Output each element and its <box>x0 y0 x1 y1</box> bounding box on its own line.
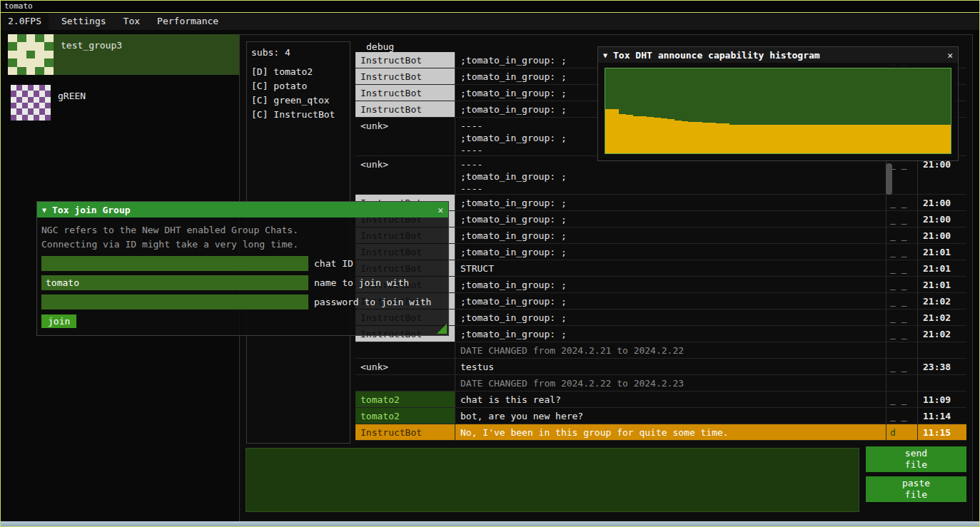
send-file-button[interactable]: send file <box>866 446 966 472</box>
group-item-gREEN[interactable]: gREEN <box>11 85 240 121</box>
histogram-bar <box>695 122 702 153</box>
histogram-bar <box>605 109 612 153</box>
message-row[interactable]: InstructBotNo, I've been in this group f… <box>355 424 966 441</box>
window-bottom-edge <box>1 521 979 526</box>
histogram-bar <box>688 122 695 153</box>
join-password-label: password to join with <box>314 297 431 307</box>
member-item[interactable]: [C] InstructBot <box>251 108 345 122</box>
group-name: gREEN <box>58 91 86 101</box>
message-text: ;tomato_in_group: ; <box>455 326 886 342</box>
join-group-window: ▼ Tox join Group ✕ NGC refers to the New… <box>36 201 449 336</box>
histogram-bar <box>612 109 620 153</box>
chat-id-input[interactable] <box>41 256 308 271</box>
histogram-bar <box>799 125 806 153</box>
join-button[interactable]: join <box>41 314 76 328</box>
member-item[interactable]: [D] tomato2 <box>251 65 345 79</box>
message-text: DATE CHANGED from 2024.2.22 to 2024.2.23 <box>455 375 886 391</box>
histogram-bar <box>633 116 640 153</box>
message-time: 11:14 <box>918 408 966 424</box>
histogram-bar <box>723 123 730 153</box>
histogram-bar <box>785 125 792 153</box>
member-item[interactable]: [C] green_qtox <box>251 93 345 108</box>
message-time: 23:38 <box>918 359 966 374</box>
histogram-bar <box>937 125 944 153</box>
message-time: 21:02 <box>918 293 966 309</box>
message-flags: _ _ <box>886 260 918 276</box>
message-row[interactable]: DATE CHANGED from 2024.2.22 to 2024.2.23 <box>355 375 966 392</box>
histogram-bar <box>875 125 882 153</box>
close-icon[interactable]: ✕ <box>438 205 443 215</box>
histogram-bar <box>757 125 764 153</box>
message-row[interactable]: <unk>testus_ _23:38 <box>355 359 966 375</box>
join-group-title: Tox join Group <box>52 205 131 215</box>
join-password-input[interactable] <box>41 295 308 309</box>
dht-histogram-window: ▼ Tox DHT announce capability histogram … <box>597 46 959 161</box>
member-item[interactable]: [C] potato <box>251 79 345 93</box>
message-flags: _ _ <box>886 359 918 374</box>
window-title: tomato <box>4 1 33 11</box>
chat-tab-label[interactable]: debug <box>366 41 394 52</box>
menu-bar: 2.0FPS Settings Tox Performance <box>1 14 979 30</box>
histogram-bar <box>834 125 841 153</box>
histogram-bar <box>806 125 813 153</box>
histogram-bar <box>840 125 847 153</box>
collapse-arrow-icon[interactable]: ▼ <box>42 206 46 214</box>
message-time: 21:01 <box>918 244 966 260</box>
histogram-bar <box>709 123 716 153</box>
paste-file-button[interactable]: paste file <box>866 476 966 502</box>
histogram-bar <box>882 125 889 153</box>
join-name-input[interactable] <box>41 275 308 290</box>
resize-grip[interactable] <box>437 324 447 334</box>
message-input[interactable] <box>246 448 859 512</box>
message-sender: tomato2 <box>355 408 455 424</box>
histogram-bar <box>896 125 903 153</box>
histogram-bar <box>924 125 931 153</box>
menu-item-settings[interactable]: Settings <box>53 14 115 30</box>
histogram-bar <box>661 118 668 153</box>
message-sender: InstructBot <box>355 101 455 117</box>
message-row[interactable]: tomato2chat is this real?_ _11:09 <box>355 392 966 408</box>
message-time: 21:01 <box>918 277 966 292</box>
message-sender <box>355 342 455 358</box>
message-sender: InstructBot <box>355 52 455 68</box>
histogram-bar <box>813 125 820 153</box>
message-text: testus <box>455 359 886 374</box>
histogram-bar <box>847 125 854 153</box>
message-row[interactable]: tomato2bot, are you new here?_ _11:14 <box>355 408 966 424</box>
message-time: 21:01 <box>918 260 966 276</box>
message-sender: <unk> <box>355 118 455 155</box>
message-text: ;tomato_in_group: ; <box>455 244 886 260</box>
group-item-test_group3[interactable]: test_group3 <box>8 34 240 75</box>
dht-histogram-titlebar[interactable]: ▼ Tox DHT announce capability histogram … <box>598 47 958 63</box>
message-time: 21:00 <box>918 227 966 243</box>
message-text: bot, are you new here? <box>455 408 886 424</box>
join-group-titlebar[interactable]: ▼ Tox join Group ✕ <box>37 202 448 218</box>
histogram-bar <box>764 125 772 153</box>
histogram-bar <box>682 121 689 153</box>
message-sender: tomato2 <box>355 392 455 407</box>
window-title-bar[interactable]: tomato <box>1 1 979 13</box>
chat-scrollbar-thumb[interactable] <box>886 163 892 195</box>
message-row[interactable]: <unk>---- ;tomato_in_group: ; ----_ _21:… <box>355 156 966 195</box>
message-time <box>918 375 966 391</box>
message-time: 21:00 <box>918 211 966 227</box>
message-flags: _ _ <box>886 211 918 227</box>
message-row[interactable]: DATE CHANGED from 2024.2.21 to 2024.2.22 <box>355 342 966 359</box>
histogram-bar <box>930 125 937 153</box>
collapse-arrow-icon[interactable]: ▼ <box>603 51 607 59</box>
message-flags: _ _ <box>886 195 918 210</box>
histogram-bar <box>647 117 654 153</box>
menu-item-tox[interactable]: Tox <box>115 14 148 30</box>
histogram-bar <box>889 125 896 153</box>
close-icon[interactable]: ✕ <box>947 50 953 61</box>
histogram-bar <box>903 125 910 153</box>
histogram-bar <box>909 125 916 153</box>
histogram-bar <box>737 125 744 153</box>
member-list: [D] tomato2[C] potato[C] green_qtox[C] I… <box>251 65 345 122</box>
menu-item-performance[interactable]: Performance <box>148 14 227 30</box>
join-description-line1: NGC refers to the New DHT enabled Group … <box>41 223 444 237</box>
message-text: DATE CHANGED from 2024.2.21 to 2024.2.22 <box>455 342 886 358</box>
histogram-bar <box>750 125 757 153</box>
message-time: 21:00 <box>918 156 966 194</box>
histogram-bar <box>778 125 785 153</box>
